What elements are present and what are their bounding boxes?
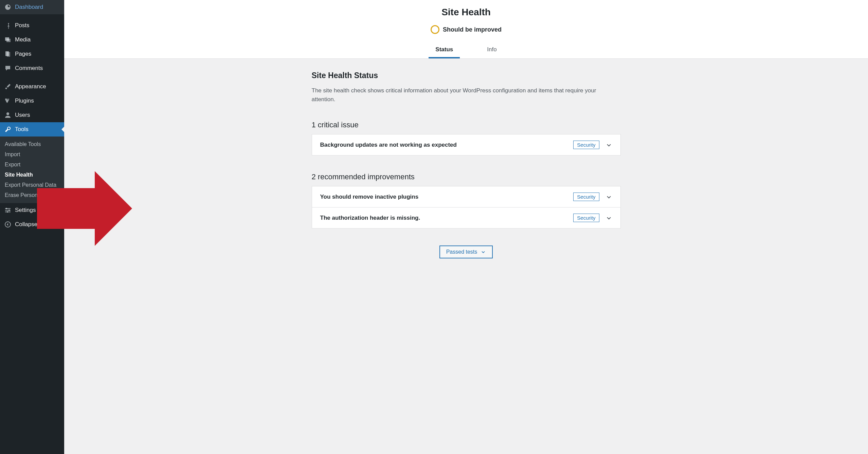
tabs: Status Info <box>64 42 868 58</box>
sidebar-item-label: Tools <box>15 126 29 133</box>
submenu-export[interactable]: Export <box>0 160 64 170</box>
sidebar-item-label: Collapse menu <box>15 221 53 228</box>
sidebar-collapse[interactable]: Collapse menu <box>0 217 64 232</box>
tools-submenu: Available Tools Import Export Site Healt… <box>0 137 64 203</box>
sidebar-item-label: Settings <box>15 207 36 214</box>
submenu-site-health[interactable]: Site Health <box>0 170 64 180</box>
page-title: Site Health <box>64 7 868 18</box>
sidebar-item-media[interactable]: Media <box>0 33 64 47</box>
recommended-issues-list: You should remove inactive plugins Secur… <box>312 186 621 229</box>
section-title: Site Health Status <box>312 71 621 80</box>
critical-issues-list: Background updates are not working as ex… <box>312 134 621 156</box>
sidebar-item-posts[interactable]: Posts <box>0 18 64 33</box>
health-status-indicator: Should be improved <box>431 25 502 34</box>
issue-title: The authorization header is missing. <box>320 215 420 221</box>
critical-issues-heading: 1 critical issue <box>312 121 621 129</box>
sidebar-item-settings[interactable]: Settings <box>0 203 64 217</box>
submenu-import[interactable]: Import <box>0 149 64 160</box>
status-text: Should be improved <box>443 26 502 33</box>
sidebar-item-plugins[interactable]: Plugins <box>0 94 64 108</box>
svg-rect-1 <box>6 39 11 42</box>
section-description: The site health check shows critical inf… <box>312 86 621 104</box>
sidebar-item-label: Appearance <box>15 83 46 90</box>
chevron-down-icon <box>481 249 486 255</box>
pin-icon <box>4 22 12 29</box>
tab-status[interactable]: Status <box>429 42 460 58</box>
collapse-icon <box>4 221 12 228</box>
svg-point-9 <box>8 210 10 211</box>
status-circle-icon <box>431 25 439 34</box>
comment-icon <box>4 65 12 72</box>
sidebar-item-tools[interactable]: Tools <box>0 122 64 137</box>
issue-title: You should remove inactive plugins <box>320 194 419 200</box>
chevron-down-icon[interactable] <box>605 194 612 200</box>
main-content-area: Site Health Should be improved Status In… <box>64 0 868 454</box>
wrench-icon <box>4 126 12 133</box>
issue-badge: Security <box>573 193 599 201</box>
submenu-export-personal-data[interactable]: Export Personal Data <box>0 180 64 190</box>
content: Site Health Status The site health check… <box>305 59 628 271</box>
sidebar-item-appearance[interactable]: Appearance <box>0 79 64 94</box>
issue-row[interactable]: Background updates are not working as ex… <box>312 134 620 155</box>
issue-badge: Security <box>573 141 599 149</box>
sidebar-item-label: Comments <box>15 65 43 72</box>
issue-row[interactable]: The authorization header is missing. Sec… <box>312 207 620 228</box>
svg-point-10 <box>7 211 8 213</box>
sidebar-item-label: Posts <box>15 22 30 29</box>
issue-row[interactable]: You should remove inactive plugins Secur… <box>312 186 620 207</box>
tab-info[interactable]: Info <box>480 42 503 58</box>
chevron-down-icon[interactable] <box>605 215 612 221</box>
recommended-issues-heading: 2 recommended improvements <box>312 172 621 181</box>
sidebar-item-label: Dashboard <box>15 4 43 11</box>
pages-icon <box>4 50 12 58</box>
sidebar-item-label: Media <box>15 36 31 43</box>
sidebar-item-dashboard[interactable]: Dashboard <box>0 0 64 14</box>
submenu-available-tools[interactable]: Available Tools <box>0 139 64 149</box>
chevron-down-icon[interactable] <box>605 142 612 148</box>
sidebar-item-pages[interactable]: Pages <box>0 47 64 61</box>
issue-title: Background updates are not working as ex… <box>320 142 457 148</box>
sliders-icon <box>4 206 12 214</box>
brush-icon <box>4 83 12 90</box>
svg-point-8 <box>6 208 7 209</box>
sidebar-item-label: Pages <box>15 51 31 57</box>
submenu-erase-personal-data[interactable]: Erase Person <box>0 190 64 200</box>
sidebar-item-users[interactable]: Users <box>0 108 64 122</box>
plug-icon <box>4 97 12 105</box>
admin-sidebar: Dashboard Posts Media Pages Comments App… <box>0 0 64 454</box>
issue-badge: Security <box>573 214 599 222</box>
page-header: Site Health Should be improved Status In… <box>64 0 868 59</box>
svg-rect-3 <box>7 52 10 57</box>
user-icon <box>4 111 12 119</box>
sidebar-item-comments[interactable]: Comments <box>0 61 64 75</box>
passed-tests-button[interactable]: Passed tests <box>439 246 493 258</box>
dashboard-icon <box>4 3 12 11</box>
svg-point-4 <box>6 112 9 115</box>
sidebar-item-label: Plugins <box>15 97 34 104</box>
sidebar-item-label: Users <box>15 112 30 119</box>
media-icon <box>4 36 12 43</box>
passed-tests-label: Passed tests <box>446 249 477 255</box>
